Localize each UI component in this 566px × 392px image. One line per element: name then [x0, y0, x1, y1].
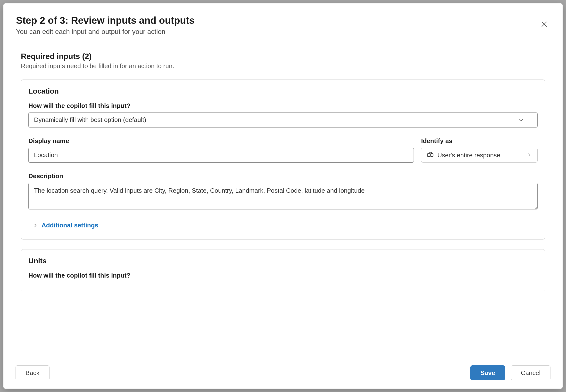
- required-inputs-subheading: Required inputs need to be filled in for…: [21, 62, 545, 70]
- description-textarea[interactable]: [28, 183, 538, 210]
- header-text-block: Step 2 of 3: Review inputs and outputs Y…: [16, 15, 195, 36]
- fill-method-label: How will the copilot fill this input?: [28, 102, 538, 110]
- fill-method-select[interactable]: Dynamically fill with best option (defau…: [28, 112, 538, 127]
- fill-method-value: Dynamically fill with best option (defau…: [34, 116, 146, 124]
- card-title: Location: [28, 87, 538, 95]
- back-button[interactable]: Back: [15, 365, 49, 380]
- identify-as-value: User's entire response: [437, 152, 523, 159]
- display-name-label: Display name: [28, 137, 414, 145]
- close-icon: [540, 20, 548, 29]
- description-label: Description: [28, 172, 538, 180]
- entity-icon: [427, 151, 434, 160]
- chevron-right-icon: [527, 152, 532, 159]
- modal-footer: Back Save Cancel: [3, 358, 563, 389]
- description-field: Description: [28, 172, 538, 210]
- footer-right-group: Save Cancel: [470, 365, 551, 380]
- modal-subtitle: You can edit each input and output for y…: [16, 28, 195, 36]
- card-title: Units: [28, 257, 538, 265]
- modal-review-inputs: Step 2 of 3: Review inputs and outputs Y…: [3, 3, 563, 389]
- required-inputs-heading: Required inputs (2): [21, 52, 545, 61]
- identify-as-field: Identify as User's entire response: [421, 137, 538, 163]
- identify-as-label: Identify as: [421, 137, 538, 145]
- identify-as-button[interactable]: User's entire response: [421, 148, 538, 163]
- display-name-input[interactable]: [28, 148, 414, 163]
- save-button[interactable]: Save: [470, 365, 505, 380]
- svg-rect-3: [431, 154, 433, 157]
- fill-method-select-wrap: Dynamically fill with best option (defau…: [28, 112, 538, 127]
- svg-rect-2: [428, 154, 430, 157]
- input-card-location: Location How will the copilot fill this …: [21, 80, 545, 239]
- display-name-field: Display name: [28, 137, 414, 163]
- additional-settings-toggle[interactable]: Additional settings: [33, 220, 98, 231]
- cancel-button[interactable]: Cancel: [511, 365, 551, 380]
- modal-title: Step 2 of 3: Review inputs and outputs: [16, 15, 195, 26]
- input-card-units: Units How will the copilot fill this inp…: [21, 249, 545, 291]
- fill-method-label: How will the copilot fill this input?: [28, 272, 538, 279]
- chevron-down-icon: [518, 117, 524, 123]
- close-button[interactable]: [538, 18, 550, 31]
- modal-body: Required inputs (2) Required inputs need…: [3, 44, 563, 358]
- chevron-right-icon: [33, 223, 38, 228]
- additional-settings-label: Additional settings: [42, 222, 98, 229]
- modal-header: Step 2 of 3: Review inputs and outputs Y…: [3, 3, 563, 44]
